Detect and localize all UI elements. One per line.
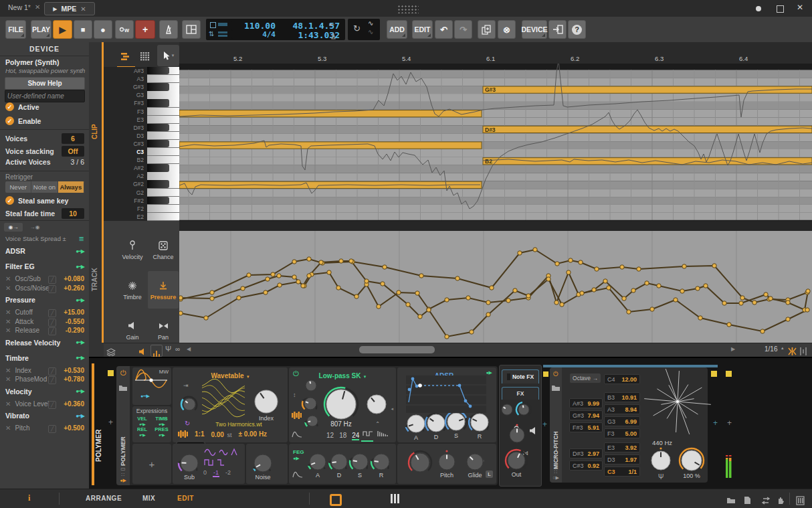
retrigger-option-always[interactable]: Always [58, 181, 84, 193]
mp-note-D3[interactable]: D31.97 [604, 454, 640, 464]
end-clip-slot-1[interactable] [711, 371, 717, 377]
micropitch-device-name[interactable]: MICRO-PITCH [552, 398, 559, 469]
pressure-point[interactable] [682, 264, 686, 268]
tempo-display[interactable]: 110.00 [231, 21, 276, 31]
lane-button-velocity[interactable]: Velocity [117, 231, 148, 268]
pressure-point[interactable] [698, 316, 702, 320]
note-G#3[interactable]: G#3 [483, 86, 812, 93]
sub-octave--2[interactable]: -2 [225, 469, 231, 477]
jump-button[interactable] [548, 20, 567, 39]
chain-clip-slot[interactable] [543, 371, 548, 377]
filter-keytrack-icon[interactable] [292, 409, 302, 421]
pressure-point[interactable] [712, 264, 716, 268]
track-clip-slot[interactable] [108, 370, 114, 376]
edit-button[interactable]: EDIT [412, 20, 433, 39]
mod-route-osc-sub[interactable]: ✕Osc/Sub╱+0.080 [5, 275, 84, 284]
pressure-point[interactable] [247, 273, 251, 277]
osc-type-select[interactable]: Wavetable [211, 372, 243, 379]
mod-route-phasemod[interactable]: ✕PhaseMod╱+0.780 [5, 375, 84, 384]
device-track-name[interactable]: POLYMER [95, 395, 102, 462]
grid-editor-tab[interactable] [136, 47, 154, 65]
pressure-point[interactable] [567, 270, 571, 274]
mod-route-attack[interactable]: ✕Attack╱-0.550 [5, 318, 84, 327]
pressure-point[interactable] [513, 288, 517, 292]
mw-cell[interactable]: MW [132, 367, 171, 405]
pressure-point[interactable] [607, 286, 611, 290]
window-minimize-icon[interactable] [756, 6, 761, 11]
play-button[interactable]: ▶ [53, 20, 72, 39]
pressure-point[interactable] [650, 307, 654, 311]
histogram-button[interactable] [150, 345, 163, 357]
note-fx-tab[interactable]: Note FX [502, 369, 539, 384]
piano-key-B2[interactable] [147, 156, 179, 164]
pressure-point[interactable] [631, 288, 635, 292]
fill-icon[interactable]: ∿ [368, 19, 373, 27]
duplicate-button[interactable] [478, 20, 496, 39]
automation-write-button[interactable]: w [115, 20, 134, 39]
polymer-power-icon[interactable]: ⏻ [120, 369, 126, 377]
undo-button[interactable]: ↶ [435, 20, 453, 39]
expression-vel[interactable]: VEL●━▶ [132, 416, 152, 426]
window-restore-icon[interactable] [777, 5, 784, 13]
scroll-right-icon[interactable]: ▶ [731, 346, 735, 352]
mp-note-F#3[interactable]: F#35.91 [569, 422, 603, 432]
pressure-point[interactable] [415, 291, 419, 295]
pressure-point[interactable] [645, 281, 649, 285]
pressure-point[interactable] [327, 270, 331, 274]
pressure-point[interactable] [603, 279, 607, 283]
mp-note-C#3[interactable]: C#30.92 [569, 460, 603, 471]
pressure-point[interactable] [237, 296, 241, 300]
pressure-point[interactable] [445, 298, 449, 302]
pressure-point[interactable] [518, 251, 522, 255]
pressure-point[interactable] [319, 260, 323, 264]
pressure-point[interactable] [740, 296, 744, 300]
info-icon[interactable]: i [28, 493, 30, 503]
pressure-point[interactable] [210, 290, 214, 294]
pressure-point[interactable] [696, 286, 700, 290]
clip-launcher-icon[interactable] [330, 494, 342, 506]
pressure-point[interactable] [579, 260, 583, 264]
mod-section-adsr[interactable]: ADSR●━▶ [5, 247, 84, 255]
wavetable-name[interactable]: Two Harmonics.wt [202, 421, 276, 428]
pressure-point[interactable] [739, 301, 743, 305]
pressure-point[interactable] [365, 279, 369, 283]
piano-key-E3[interactable] [147, 116, 179, 124]
pressure-point[interactable] [354, 294, 359, 299]
pressure-point[interactable] [752, 301, 756, 305]
pressure-point[interactable] [786, 317, 790, 321]
mp-note-A3[interactable]: A38.94 [604, 404, 640, 414]
pressure-point[interactable] [179, 296, 183, 300]
pressure-point[interactable] [445, 335, 449, 339]
pressure-point[interactable] [296, 280, 300, 284]
pressure-point[interactable] [506, 299, 510, 303]
micropitch-modroute-icon[interactable]: ○▶ [552, 475, 559, 481]
piano-key-C3[interactable] [147, 148, 179, 156]
filter-slope-selector[interactable]: 121824 [326, 432, 359, 440]
piano-key-F2[interactable] [147, 205, 179, 213]
pressure-point[interactable] [580, 291, 584, 295]
mod-route-voice-level[interactable]: ✕Voice Level╱+0.360 [5, 400, 84, 409]
tuning-fork-icon[interactable]: Ψ [165, 345, 171, 353]
piano-keyboard[interactable]: A#3A3G#3G3F#3F3E3D#3D3C#3C3B2A#2A2G#2G2F… [104, 67, 179, 221]
pressure-point[interactable] [427, 308, 431, 312]
mp-note-C3[interactable]: C31/1 [604, 467, 640, 477]
transport-display-icons[interactable]: ⇅ [209, 21, 230, 38]
wt-loop-icon[interactable]: ↻ [185, 420, 190, 427]
pressure-point[interactable] [349, 259, 353, 263]
osc-semitones-value[interactable]: 0.00 [211, 431, 223, 438]
show-help-button[interactable]: Show Help [5, 77, 85, 90]
pressure-point[interactable] [486, 301, 490, 305]
polymer-modroute-icon[interactable]: ●▶ [120, 478, 126, 483]
mod-route-oscs-noise[interactable]: ✕Oscs/Noise╱+0.260 [5, 284, 84, 293]
pressure-point[interactable] [526, 294, 530, 298]
enable-toggle[interactable]: ✓Enable [5, 116, 41, 125]
pressure-point[interactable] [301, 284, 305, 288]
mod-route-cutoff[interactable]: ✕Cutoff╱+15.00 [5, 309, 84, 317]
pressure-point[interactable] [292, 260, 296, 264]
steal-same-key-toggle[interactable]: ✓Steal same key [5, 196, 68, 205]
pressure-point[interactable] [264, 290, 268, 294]
pressure-point[interactable] [786, 301, 790, 305]
piano-key-black-A#2[interactable] [147, 164, 169, 171]
pressure-point[interactable] [292, 275, 296, 279]
micropitch-preset-icon[interactable] [551, 382, 561, 394]
